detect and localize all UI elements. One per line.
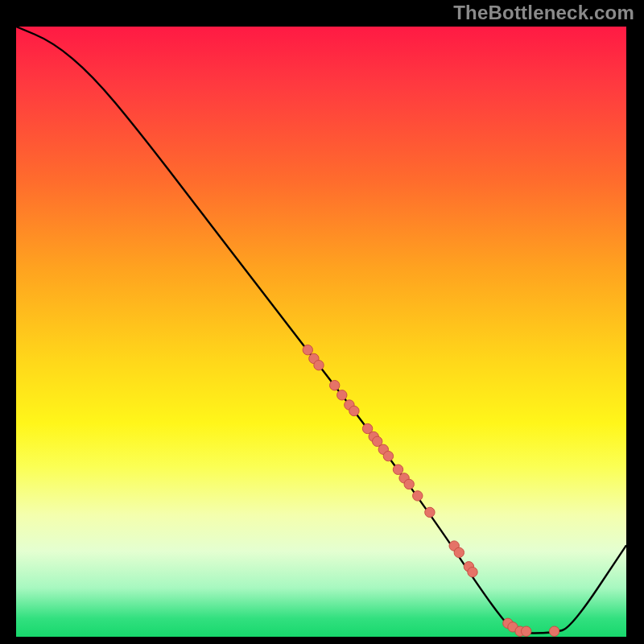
chart-data-point (425, 507, 435, 517)
chart-data-point (522, 626, 531, 636)
chart-data-point (413, 491, 423, 501)
chart-data-point (468, 568, 477, 577)
chart-data-points (303, 345, 559, 637)
chart-data-point (303, 345, 312, 355)
chart-data-point (337, 390, 347, 400)
chart-data-point (404, 479, 414, 489)
chart-data-point (314, 361, 324, 370)
watermark-text: TheBottleneck.com (453, 2, 634, 24)
chart-data-point (454, 547, 464, 557)
chart-data-point (383, 451, 393, 460)
chart-svg (16, 27, 626, 637)
chart-data-point (330, 381, 340, 390)
chart-curve (16, 27, 626, 634)
chart-plot-area (16, 27, 626, 637)
chart-data-point (349, 406, 359, 415)
chart-data-point (393, 464, 402, 474)
chart-data-point (549, 626, 559, 636)
